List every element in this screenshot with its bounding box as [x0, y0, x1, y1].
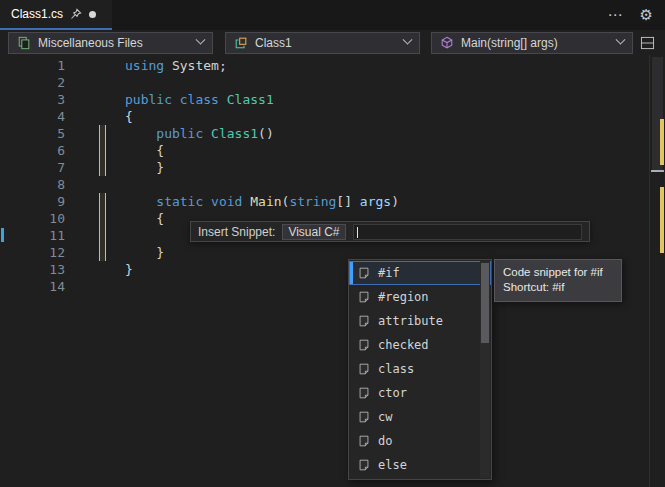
snippet-icon — [357, 362, 371, 376]
code-line[interactable]: 9 static void Main(string[] args) — [0, 193, 665, 210]
unsaved-dot-icon — [89, 11, 96, 18]
snippet-icon — [357, 458, 371, 472]
more-actions-icon[interactable]: ⋯ — [608, 6, 624, 24]
code-line[interactable]: 1using System; — [0, 57, 665, 74]
insert-snippet-label: Insert Snippet: — [198, 225, 275, 239]
glyph-margin[interactable] — [0, 159, 12, 176]
line-number: 1 — [12, 57, 65, 74]
glyph-margin[interactable] — [0, 227, 12, 244]
pin-icon[interactable] — [70, 8, 82, 20]
member-dropdown[interactable]: Main(string[] args) — [431, 32, 633, 54]
settings-gear-icon[interactable]: ⚙ — [640, 6, 653, 24]
completion-item-label: do — [378, 434, 392, 448]
change-bar — [99, 91, 105, 108]
glyph-margin[interactable] — [0, 91, 12, 108]
completion-scrollbar-thumb[interactable] — [481, 263, 489, 343]
line-number: 4 — [12, 108, 65, 125]
completion-item[interactable]: ctor — [349, 381, 491, 405]
code-line[interactable]: 6 { — [0, 142, 665, 159]
change-bar — [99, 193, 105, 210]
completion-item[interactable]: #if — [349, 261, 491, 285]
line-number: 12 — [12, 244, 65, 261]
editor-window: Class1.cs ⋯ ⚙ Miscellaneous Files — [0, 0, 665, 487]
project-dropdown[interactable]: Miscellaneous Files — [8, 32, 213, 54]
completion-item-label: cw — [378, 410, 392, 424]
completion-scrollbar[interactable] — [480, 261, 490, 478]
editor-scrollbar[interactable] — [649, 55, 665, 487]
project-dropdown-label: Miscellaneous Files — [38, 36, 143, 50]
completion-item-label: class — [378, 362, 414, 376]
class-icon — [234, 36, 248, 50]
code-text: } — [125, 244, 164, 261]
split-editor-icon[interactable] — [640, 36, 657, 50]
snippet-completion-list[interactable]: #if#regionattributecheckedclassctorcwdoe… — [348, 259, 492, 480]
caret-position-mark — [651, 170, 664, 172]
code-line[interactable]: 7 } — [0, 159, 665, 176]
change-bar — [99, 176, 105, 193]
completion-item-label: #if — [378, 266, 400, 280]
change-bar — [99, 108, 105, 125]
change-bar — [99, 159, 105, 176]
chevron-down-icon — [616, 35, 626, 45]
change-bar — [99, 210, 105, 227]
glyph-margin[interactable] — [0, 261, 12, 278]
line-number: 11 — [12, 227, 65, 244]
snippet-icon — [357, 314, 371, 328]
glyph-margin[interactable] — [0, 125, 12, 142]
snippet-icon — [357, 290, 371, 304]
insert-snippet-popup: Insert Snippet: Visual C# — [190, 221, 590, 242]
tab-bar-actions: ⋯ ⚙ — [608, 0, 665, 30]
glyph-margin[interactable] — [0, 142, 12, 159]
code-text: using System; — [125, 57, 227, 74]
completion-item[interactable]: else — [349, 453, 491, 477]
line-number: 13 — [12, 261, 65, 278]
navigation-bar: Miscellaneous Files Class1 Main(string[]… — [0, 30, 665, 55]
change-bar — [99, 227, 105, 244]
code-line[interactable]: 3public class Class1 — [0, 91, 665, 108]
glyph-margin[interactable] — [0, 193, 12, 210]
completion-item[interactable]: checked — [349, 333, 491, 357]
completion-item-label: ctor — [378, 386, 407, 400]
glyph-margin[interactable] — [0, 278, 12, 295]
completion-item[interactable]: cw — [349, 405, 491, 429]
code-text: { — [125, 210, 164, 227]
change-bar — [99, 125, 105, 142]
change-bar — [99, 57, 105, 74]
completion-item[interactable]: #region — [349, 285, 491, 309]
snippet-icon — [357, 434, 371, 448]
snippet-icon — [357, 266, 371, 280]
tab-bar: Class1.cs ⋯ ⚙ — [0, 0, 665, 30]
code-line[interactable]: 4{ — [0, 108, 665, 125]
change-overview-mark — [660, 187, 664, 253]
code-text: } — [125, 159, 164, 176]
text-caret — [357, 227, 358, 238]
glyph-margin[interactable] — [0, 176, 12, 193]
glyph-margin[interactable] — [0, 57, 12, 74]
tab-class1[interactable]: Class1.cs — [0, 0, 112, 30]
completion-item[interactable]: do — [349, 429, 491, 453]
code-line[interactable]: 5 public Class1() — [0, 125, 665, 142]
line-number: 14 — [12, 278, 65, 295]
code-text: { — [125, 142, 164, 159]
line-number: 5 — [12, 125, 65, 142]
type-dropdown[interactable]: Class1 — [225, 32, 420, 54]
code-text: public Class1() — [125, 125, 274, 142]
code-line[interactable]: 2 — [0, 74, 665, 91]
code-editor[interactable]: 1using System;23public class Class14{5 p… — [0, 55, 665, 487]
glyph-margin[interactable] — [0, 108, 12, 125]
change-bar — [99, 142, 105, 159]
snippet-language-chip[interactable]: Visual C# — [282, 224, 345, 240]
completion-item-label: else — [378, 458, 407, 472]
glyph-margin[interactable] — [0, 74, 12, 91]
completion-item[interactable]: attribute — [349, 309, 491, 333]
snippet-search-input[interactable] — [353, 224, 582, 240]
change-bar — [99, 244, 105, 261]
code-text: } — [125, 261, 133, 278]
completion-item-label: checked — [378, 338, 429, 352]
code-line[interactable]: 8 — [0, 176, 665, 193]
glyph-margin[interactable] — [0, 210, 12, 227]
completion-item[interactable]: class — [349, 357, 491, 381]
type-dropdown-label: Class1 — [255, 36, 292, 50]
glyph-margin[interactable] — [0, 244, 12, 261]
tooltip-line: Code snippet for #if — [503, 265, 613, 280]
